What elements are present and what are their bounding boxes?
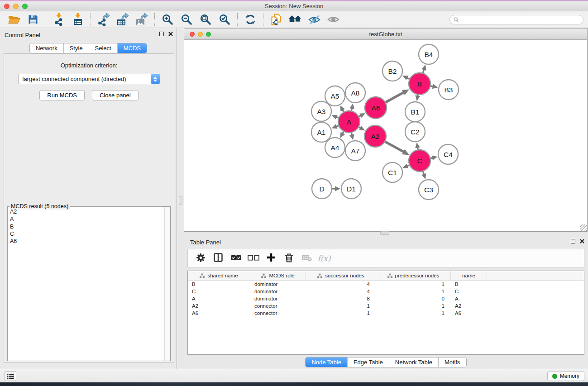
mcds-result-list[interactable]: A2ABCA6 [8,208,164,360]
node-D[interactable]: D [312,179,332,199]
column-header-successor-nodes[interactable]: successor nodes [306,271,376,280]
zoom-out-button[interactable] [177,12,196,27]
table-row[interactable]: Cdominator41C [188,288,584,295]
node-A6[interactable]: A6 [365,97,387,119]
clone-network-button[interactable] [267,12,286,27]
node-C2[interactable]: C2 [405,122,425,142]
dropdown-value: largest connected component (directed) [23,76,126,82]
run-mcds-button[interactable]: Run MCDS [39,90,85,100]
column-header-predecessor-nodes[interactable]: predecessor nodes [376,271,451,280]
table-settings-button[interactable] [193,251,208,266]
memory-button[interactable]: Memory [547,371,584,381]
node-D1[interactable]: D1 [341,179,361,199]
table-cell: C [188,289,250,294]
delete-column-button[interactable] [282,251,296,266]
import-network-button[interactable] [49,12,68,27]
deselect-all-button[interactable] [246,251,261,266]
zoom-fit-button[interactable] [196,12,215,27]
export-table-button[interactable] [113,12,132,27]
mcds-result-scrollbar[interactable] [164,207,170,361]
node-B1[interactable]: B1 [405,102,425,122]
home-view-button[interactable] [286,12,305,27]
node-C4[interactable]: C4 [438,144,458,164]
close-panel-button[interactable]: Close panel [92,90,139,100]
edge-A6-B[interactable] [386,92,404,102]
mcds-result-item[interactable]: A2 [8,208,164,215]
close-panel-icon[interactable] [168,32,173,36]
column-header-name[interactable]: name [451,271,487,280]
mcds-result-item[interactable]: C [8,230,164,238]
node-C1[interactable]: C1 [382,162,402,182]
tab-style[interactable]: Style [63,43,89,53]
node-A8[interactable]: A8 [345,83,365,103]
table-row[interactable]: A2connector11A2 [188,302,584,310]
optimization-criterion-label: Optimization criterion: [4,62,174,69]
tab-motifs[interactable]: Motifs [438,357,466,367]
node-A2[interactable]: A2 [364,125,386,147]
import-table-button[interactable] [68,12,87,27]
mcds-result-item[interactable]: A6 [8,238,164,245]
search-field[interactable] [449,15,583,24]
table-cell: 1 [376,310,451,316]
column-header-shared-name[interactable]: shared name [188,271,250,280]
tab-edge-table[interactable]: Edge Table [347,357,389,367]
svg-text:B4: B4 [425,51,433,58]
edge-arrow-icon [421,173,426,179]
table-row[interactable]: Adominator80A [188,295,584,302]
table-cell: 1 [306,310,376,316]
mcds-result-item[interactable]: A [8,215,164,223]
column-header-MCDS-role[interactable]: MCDS role [250,271,306,280]
add-column-button[interactable] [264,251,278,266]
mcds-result-item[interactable]: B [8,223,164,230]
node-A4[interactable]: A4 [325,138,345,157]
node-A3[interactable]: A3 [311,101,331,121]
zoom-in-button[interactable] [158,12,177,27]
table-cell: 4 [306,289,376,294]
network-canvas[interactable]: B4B2BB3A8A5A6A3B1AA1C2A2A4A7C4CC1C3DD1 [184,40,587,231]
split-panel-button[interactable] [211,251,225,266]
function-builder-icon: f(x) [317,254,330,263]
float-table-panel-icon[interactable] [571,239,575,243]
edge-A2-C[interactable] [385,142,404,152]
node-C[interactable]: C [409,150,430,172]
table-row[interactable]: A6connector11A6 [188,310,584,317]
task-history-button[interactable] [5,371,16,381]
node-A5[interactable]: A5 [325,86,345,106]
tab-network-table[interactable]: Network Table [389,357,438,367]
toolbar-separator [237,13,238,26]
node-B3[interactable]: B3 [439,80,459,100]
node-A1[interactable]: A1 [311,122,331,142]
select-all-button[interactable] [229,251,243,266]
tab-mcds[interactable]: MCDS [117,43,147,53]
float-panel-icon[interactable] [159,32,164,36]
function-builder-button[interactable]: f(x) [317,251,331,266]
table-row[interactable]: Bdominator41B [188,281,584,288]
tab-network[interactable]: Network [30,43,63,53]
export-network-button[interactable] [94,12,113,27]
edge-arrow-icon [415,143,420,148]
tab-node-table[interactable]: Node Table [306,357,347,367]
horizontal-splitter-handle[interactable] [380,231,389,235]
node-A7[interactable]: A7 [345,141,365,161]
close-table-panel-icon[interactable] [580,239,584,243]
node-B[interactable]: B [409,73,430,95]
svg-text:A3: A3 [317,108,326,115]
save-session-button[interactable] [24,12,43,27]
export-image-button[interactable] [132,12,151,27]
toolbar-separator [263,13,263,26]
show-all-button[interactable] [324,12,343,27]
hide-selected-button[interactable] [305,12,324,27]
node-C3[interactable]: C3 [419,180,439,200]
delete-table-button[interactable] [299,251,314,266]
zoom-selected-button[interactable] [215,12,234,27]
tab-select[interactable]: Select [89,43,117,53]
refresh-view-button[interactable] [241,12,260,27]
node-A[interactable]: A [338,111,360,133]
search-input[interactable] [461,16,583,24]
resize-grip-icon[interactable] [580,224,587,231]
open-session-button[interactable] [5,12,24,27]
optimization-criterion-dropdown[interactable]: largest connected component (directed) [18,74,160,84]
node-B2[interactable]: B2 [382,61,402,81]
node-B4[interactable]: B4 [419,44,439,64]
vertical-splitter-handle[interactable] [179,196,182,205]
